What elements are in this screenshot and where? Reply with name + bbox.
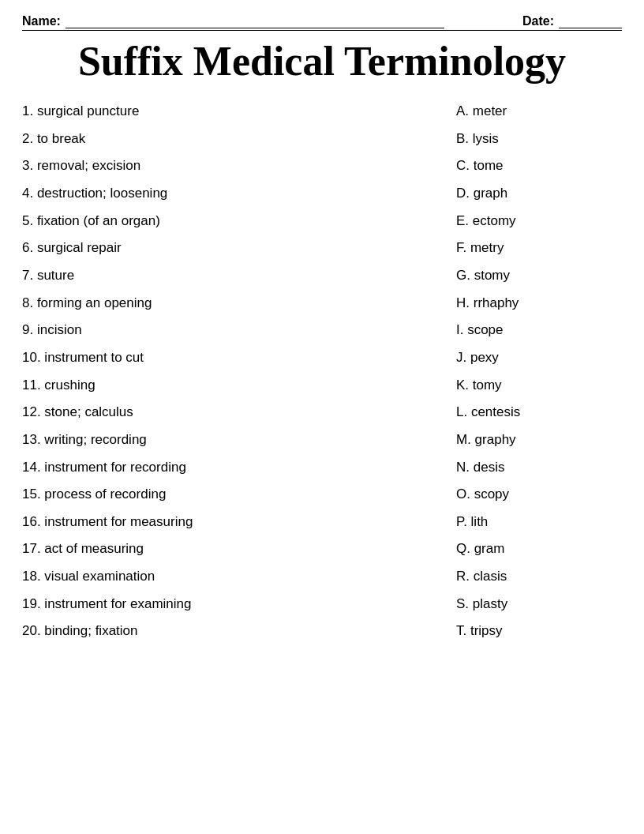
- list-item: R. clasis: [448, 563, 622, 591]
- list-item: 20. binding; fixation: [22, 618, 448, 645]
- list-item: 7. suture: [22, 262, 448, 290]
- right-column: A. meterB. lysisC. tomeD. graphE. ectomy…: [448, 98, 622, 645]
- list-item: E. ectomy: [448, 208, 622, 235]
- list-item: 18. visual examination: [22, 563, 448, 591]
- list-item: D. graph: [448, 180, 622, 208]
- name-label: Name:: [22, 14, 61, 28]
- list-item: P. lith: [448, 509, 622, 536]
- list-item: 13. writing; recording: [22, 426, 448, 454]
- content-area: 1. surgical puncture2. to break3. remova…: [22, 98, 622, 645]
- list-item: 4. destruction; loosening: [22, 180, 448, 208]
- list-item: S. plasty: [448, 591, 622, 618]
- list-item: C. tome: [448, 152, 622, 180]
- list-item: I. scope: [448, 317, 622, 344]
- list-item: 14. instrument for recording: [22, 454, 448, 482]
- list-item: G. stomy: [448, 262, 622, 290]
- list-item: 9. incision: [22, 317, 448, 344]
- list-item: 6. surgical repair: [22, 235, 448, 262]
- list-item: T. tripsy: [448, 618, 622, 645]
- date-underline: [559, 14, 622, 28]
- list-item: 10. instrument to cut: [22, 344, 448, 372]
- list-item: F. metry: [448, 235, 622, 262]
- list-item: 15. process of recording: [22, 481, 448, 509]
- name-underline: [66, 14, 444, 28]
- list-item: A. meter: [448, 98, 622, 126]
- header-bar: Name: Date:: [22, 14, 622, 31]
- list-item: H. rrhaphy: [448, 290, 622, 317]
- list-item: M. graphy: [448, 426, 622, 454]
- list-item: 12. stone; calculus: [22, 399, 448, 426]
- date-field: Date:: [522, 14, 622, 28]
- list-item: L. centesis: [448, 399, 622, 426]
- list-item: 5. fixation (of an organ): [22, 208, 448, 235]
- date-label: Date:: [522, 14, 554, 28]
- list-item: Q. gram: [448, 535, 622, 563]
- list-item: 1. surgical puncture: [22, 98, 448, 126]
- list-item: 11. crushing: [22, 372, 448, 400]
- list-item: 19. instrument for examining: [22, 591, 448, 618]
- list-item: 16. instrument for measuring: [22, 509, 448, 536]
- list-item: 8. forming an opening: [22, 290, 448, 317]
- page-title: Suffix Medical Terminology: [22, 39, 622, 84]
- list-item: 3. removal; excision: [22, 152, 448, 180]
- name-field: Name:: [22, 14, 522, 28]
- list-item: N. desis: [448, 454, 622, 482]
- list-item: 2. to break: [22, 126, 448, 153]
- list-item: K. tomy: [448, 372, 622, 400]
- list-item: J. pexy: [448, 344, 622, 372]
- list-item: 17. act of measuring: [22, 535, 448, 563]
- list-item: B. lysis: [448, 126, 622, 153]
- left-column: 1. surgical puncture2. to break3. remova…: [22, 98, 448, 645]
- list-item: O. scopy: [448, 481, 622, 509]
